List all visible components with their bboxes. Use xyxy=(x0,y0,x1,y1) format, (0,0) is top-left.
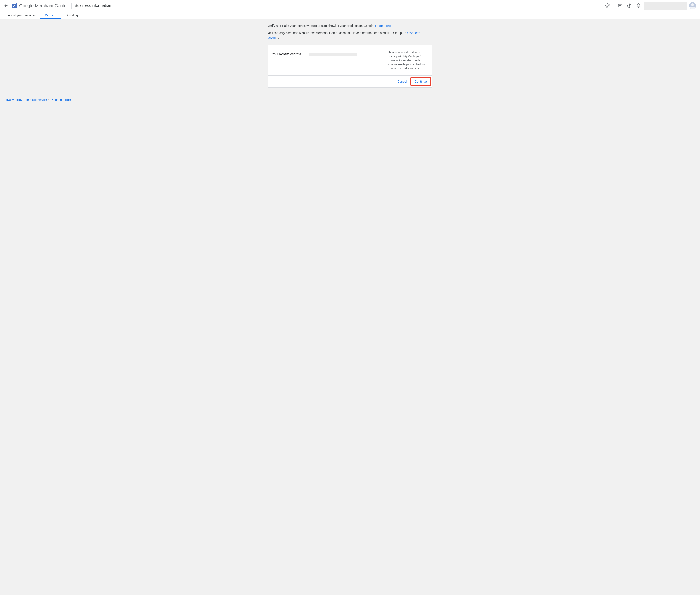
logo-text: Google Merchant Center xyxy=(19,3,68,8)
tab-label: About your business xyxy=(8,13,35,17)
footer-separator: • xyxy=(49,98,50,102)
tab-label: Branding xyxy=(66,13,78,17)
card-body: Your website address Enter your website … xyxy=(268,45,432,76)
intro-line-2: You can only have one website per Mercha… xyxy=(268,31,432,40)
logo-section[interactable]: Google Merchant Center xyxy=(10,3,71,8)
help-text: Enter your website address starting with… xyxy=(388,51,428,70)
notifications-button[interactable] xyxy=(634,1,643,10)
top-header: Google Merchant Center Business informat… xyxy=(0,0,700,11)
intro-line-1: Verify and claim your store's website to… xyxy=(268,24,432,28)
continue-button[interactable]: Continue xyxy=(410,78,431,86)
account-selector[interactable] xyxy=(644,2,687,10)
merchant-center-logo-icon xyxy=(12,3,17,8)
help-icon xyxy=(627,3,632,8)
content-wrapper: Verify and claim your store's website to… xyxy=(0,19,700,88)
tab-branding[interactable]: Branding xyxy=(61,11,83,19)
gear-icon xyxy=(605,3,610,8)
user-avatar[interactable] xyxy=(689,2,696,9)
tab-label: Website xyxy=(45,13,56,17)
privacy-policy-link[interactable]: Privacy Policy xyxy=(4,98,22,102)
website-address-input[interactable] xyxy=(307,51,359,58)
help-section: Enter your website address starting with… xyxy=(384,51,428,70)
settings-button[interactable] xyxy=(603,1,612,10)
tabs-bar: About your business Website Branding xyxy=(0,11,700,19)
mail-icon xyxy=(618,3,622,8)
website-card: Your website address Enter your website … xyxy=(268,45,432,88)
cancel-button[interactable]: Cancel xyxy=(394,78,410,86)
card-footer: Cancel Continue xyxy=(268,76,432,87)
arrow-left-icon xyxy=(4,3,8,8)
program-policies-link[interactable]: Program Policies xyxy=(51,98,72,102)
form-input-wrapper xyxy=(307,51,359,58)
footer: Privacy Policy • Terms of Service • Prog… xyxy=(0,88,700,106)
header-left: Google Merchant Center Business informat… xyxy=(2,1,111,10)
back-button[interactable] xyxy=(2,1,10,10)
svg-point-0 xyxy=(607,5,608,6)
input-placeholder-redacted xyxy=(309,53,357,56)
form-section: Your website address xyxy=(272,51,380,70)
page-title: Business information xyxy=(75,3,111,8)
website-address-label: Your website address xyxy=(272,51,307,56)
mail-button[interactable] xyxy=(616,1,624,10)
content: Verify and claim your store's website to… xyxy=(268,19,432,88)
learn-more-link[interactable]: Learn more xyxy=(375,24,391,27)
footer-separator: • xyxy=(24,98,25,102)
header-right xyxy=(603,1,698,10)
help-button[interactable] xyxy=(625,1,634,10)
bell-icon xyxy=(636,3,641,8)
tab-about-your-business[interactable]: About your business xyxy=(3,11,41,19)
terms-of-service-link[interactable]: Terms of Service xyxy=(26,98,47,102)
tab-website[interactable]: Website xyxy=(41,11,61,19)
header-divider xyxy=(71,3,72,9)
